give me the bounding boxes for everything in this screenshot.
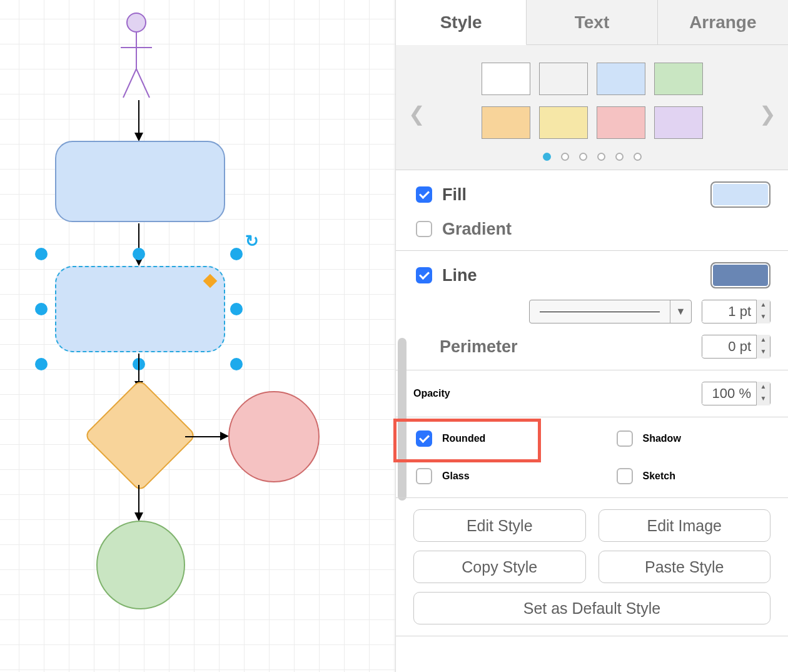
- connector[interactable]: [185, 436, 220, 437]
- actor-shape[interactable]: [121, 11, 152, 99]
- stepper-up-icon[interactable]: ▲: [757, 335, 770, 347]
- set-default-style-button[interactable]: Set as Default Style: [413, 592, 770, 624]
- perimeter-input[interactable]: [702, 336, 756, 357]
- stepper-down-icon[interactable]: ▼: [757, 394, 770, 405]
- shadow-checkbox[interactable]: [617, 430, 633, 447]
- palette-swatch[interactable]: [597, 63, 645, 95]
- glass-label: Glass: [442, 471, 470, 482]
- fill-label: Fill: [442, 185, 467, 205]
- palette-swatch[interactable]: [482, 63, 530, 95]
- dropdown-icon: ▼: [670, 300, 691, 323]
- drawing-canvas[interactable]: ↻: [0, 0, 395, 672]
- resize-handle[interactable]: [35, 248, 48, 260]
- flow-process-2-selected[interactable]: [55, 266, 225, 352]
- palette-swatch[interactable]: [597, 106, 645, 139]
- stepper-up-icon[interactable]: ▲: [757, 300, 770, 312]
- line-checkbox[interactable]: [416, 267, 432, 283]
- line-label: Line: [442, 266, 477, 285]
- svg-line-4: [136, 69, 149, 98]
- line-width-input[interactable]: [702, 301, 756, 322]
- resize-handle[interactable]: [35, 358, 48, 370]
- palette-swatches: [482, 63, 703, 139]
- stepper-down-icon[interactable]: ▼: [757, 347, 770, 359]
- copy-style-button[interactable]: Copy Style: [413, 551, 586, 583]
- edit-image-button[interactable]: Edit Image: [599, 509, 771, 542]
- perimeter-label: Perimeter: [440, 337, 518, 357]
- opacity-label: Opacity: [413, 388, 450, 399]
- svg-point-0: [127, 13, 146, 32]
- stepper-up-icon[interactable]: ▲: [757, 382, 770, 394]
- flow-terminal-green[interactable]: [96, 521, 185, 609]
- format-panel: Style Text Arrange ❮ ❯ Fill: [395, 0, 788, 672]
- action-buttons: Edit Style Edit Image Copy Style Paste S…: [396, 498, 788, 636]
- svg-line-3: [123, 69, 136, 98]
- line-width-stepper[interactable]: ▲▼: [702, 300, 770, 323]
- format-tabs: Style Text Arrange: [396, 0, 788, 45]
- palette-next-icon[interactable]: ❯: [758, 98, 777, 130]
- resize-handle[interactable]: [230, 358, 243, 370]
- tab-text[interactable]: Text: [527, 0, 657, 44]
- opacity-input[interactable]: [702, 383, 756, 404]
- diamond-indicator-icon: [203, 274, 218, 288]
- arrowhead-icon: [134, 133, 143, 141]
- palette-page-dot[interactable]: [561, 153, 569, 161]
- glass-checkbox[interactable]: [416, 468, 432, 484]
- app-frame: ↻ Style Text Arrange ❮ ❯: [0, 0, 788, 672]
- arrowhead-icon: [220, 432, 229, 440]
- rounded-checkbox[interactable]: [416, 430, 432, 447]
- connector[interactable]: [138, 485, 139, 512]
- fill-section: Fill Gradient: [396, 170, 788, 251]
- shadow-label: Shadow: [643, 433, 681, 444]
- resize-handle[interactable]: [230, 303, 243, 315]
- palette-swatch[interactable]: [539, 106, 588, 139]
- palette-page-dot[interactable]: [579, 153, 587, 161]
- palette-swatch[interactable]: [654, 106, 703, 139]
- line-style-preview: [540, 312, 660, 312]
- palette-swatch[interactable]: [539, 63, 588, 95]
- arrowhead-icon: [134, 512, 143, 521]
- palette-prev-icon[interactable]: ❮: [407, 98, 426, 130]
- flow-process-1[interactable]: [55, 141, 225, 222]
- connector[interactable]: [138, 354, 139, 381]
- fill-color-well[interactable]: [710, 181, 770, 208]
- line-color-well[interactable]: [710, 262, 770, 288]
- resize-handle[interactable]: [133, 248, 145, 260]
- flags-section: Rounded Shadow Glass Sketch: [396, 417, 788, 498]
- style-palette: ❮ ❯: [396, 45, 788, 170]
- resize-handle[interactable]: [35, 303, 48, 315]
- rounded-label: Rounded: [442, 433, 485, 444]
- palette-page-dot[interactable]: [615, 153, 624, 161]
- palette-page-dot[interactable]: [597, 153, 605, 161]
- opacity-section: Opacity ▲▼: [396, 370, 788, 417]
- line-style-select[interactable]: ▼: [529, 300, 692, 323]
- palette-page-dot[interactable]: [543, 153, 551, 161]
- palette-swatch[interactable]: [482, 106, 530, 139]
- edit-style-button[interactable]: Edit Style: [413, 509, 586, 542]
- resize-handle[interactable]: [230, 248, 243, 260]
- palette-swatch[interactable]: [654, 63, 703, 95]
- palette-pagination: [543, 153, 642, 161]
- stepper-down-icon[interactable]: ▼: [757, 312, 770, 323]
- line-section: Line ▼ ▲▼ Perimeter ▲▼: [396, 251, 788, 370]
- tab-style[interactable]: Style: [396, 0, 527, 45]
- perimeter-stepper[interactable]: ▲▼: [702, 335, 770, 359]
- gradient-checkbox[interactable]: [416, 221, 432, 237]
- palette-page-dot[interactable]: [634, 153, 642, 161]
- opacity-stepper[interactable]: ▲▼: [702, 382, 770, 405]
- paste-style-button[interactable]: Paste Style: [599, 551, 771, 583]
- tab-arrange[interactable]: Arrange: [658, 0, 788, 44]
- fill-checkbox[interactable]: [416, 186, 432, 203]
- flow-terminal-red[interactable]: [228, 391, 320, 482]
- connector[interactable]: [138, 100, 139, 133]
- sketch-checkbox[interactable]: [617, 468, 633, 484]
- sketch-label: Sketch: [643, 471, 675, 482]
- gradient-label: Gradient: [442, 220, 512, 239]
- rotate-handle-icon[interactable]: ↻: [245, 232, 259, 251]
